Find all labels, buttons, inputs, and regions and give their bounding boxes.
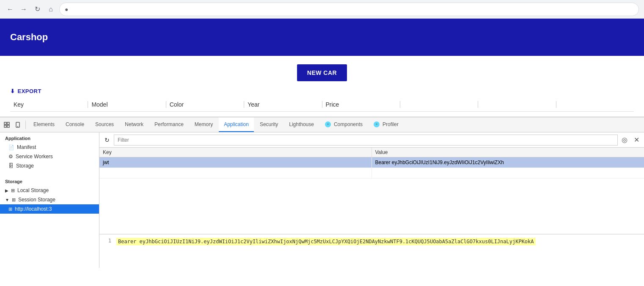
gear-icon: ⚙ xyxy=(8,154,13,160)
value-cell: Bearer eyJhbGciOiJIUzI1NiJ9.eyJzdWIiOiJ1… xyxy=(372,157,644,168)
session-storage-icon: ⊞ xyxy=(12,197,16,203)
svg-rect-2 xyxy=(4,125,6,127)
storage-table-header: Key Value xyxy=(99,148,644,157)
table-row-empty[interactable] xyxy=(99,168,644,179)
svg-rect-0 xyxy=(4,122,6,124)
line-number: 1 xyxy=(103,238,111,244)
app-body: NEW CAR ⬇ EXPORT Key Model Color Year Pr… xyxy=(0,56,644,117)
storage-table-body: jwt Bearer eyJhbGciOiJIUzI1NiJ9.eyJzdWIi… xyxy=(99,157,644,234)
url-input[interactable]: localhost:3000 xyxy=(71,6,633,13)
col-color: Color xyxy=(166,101,244,108)
tab-lighthouse[interactable]: Lighthouse xyxy=(284,117,319,132)
empty-value-cell xyxy=(372,168,644,178)
tab-memory[interactable]: Memory xyxy=(190,117,218,132)
sidebar-item-local-storage[interactable]: ▶ ⊞ Local Storage xyxy=(0,186,99,195)
col-extra3 xyxy=(556,101,634,108)
svg-rect-3 xyxy=(7,125,9,127)
col-brand: Key xyxy=(10,101,88,108)
devtools-panel: Elements Console Sources Network Perform… xyxy=(0,117,644,268)
svg-rect-1 xyxy=(7,122,9,124)
tab-network[interactable]: Network xyxy=(120,117,149,132)
filter-input[interactable] xyxy=(114,135,618,146)
value-header: Value xyxy=(372,148,644,157)
local-storage-icon: ⊞ xyxy=(11,188,15,193)
devtools-toolbar: Elements Console Sources Network Perform… xyxy=(0,117,644,132)
table-row[interactable]: jwt Bearer eyJhbGciOiJIUzI1NiJ9.eyJzdWIi… xyxy=(99,157,644,168)
toolbar-divider xyxy=(25,121,26,129)
app-title: Carshop xyxy=(10,32,48,43)
devtools-sidebar: Application 📄 Manifest ⚙ Service Workers… xyxy=(0,132,99,268)
device-icon[interactable] xyxy=(13,120,23,130)
table-header: Key Model Color Year Price xyxy=(10,98,634,112)
chevron-right-icon: ▶ xyxy=(5,188,8,193)
sidebar-item-session-storage[interactable]: ▼ ⊞ Session Storage xyxy=(0,195,99,204)
react-icon-profiler: ⚛ xyxy=(374,121,380,127)
tab-sources[interactable]: Sources xyxy=(90,117,119,132)
filter-bar: ↻ ◎ ✕ xyxy=(99,132,644,148)
tab-components[interactable]: ⚛ Components xyxy=(320,117,368,132)
devtools-main: ↻ ◎ ✕ Key Value jwt Bearer eyJhbGciOiJIU… xyxy=(99,132,644,268)
application-section-title: Application xyxy=(0,132,99,143)
tab-application[interactable]: Application xyxy=(219,117,254,132)
lock-icon: ● xyxy=(65,6,68,13)
value-preview-content: Bearer eyJhbGciOiJIUzI1NiJ9.eyJzdWIiOiJ1… xyxy=(116,238,536,245)
col-price: Price xyxy=(322,101,400,108)
block-icon-button[interactable]: ◎ xyxy=(619,135,630,145)
col-extra2 xyxy=(478,101,556,108)
clear-button[interactable]: ✕ xyxy=(631,135,641,145)
chevron-down-icon: ▼ xyxy=(5,198,9,202)
storage-icon: 🗄 xyxy=(8,163,14,169)
session-storage-child-icon: ⊞ xyxy=(8,206,12,212)
back-button[interactable]: ← xyxy=(5,4,15,14)
value-preview-line: 1 Bearer eyJhbGciOiJIUzI1NiJ9.eyJzdWIiOi… xyxy=(99,234,644,249)
sidebar-item-manifest[interactable]: 📄 Manifest xyxy=(0,143,99,152)
storage-table: Key Value jwt Bearer eyJhbGciOiJIUzI1NiJ… xyxy=(99,148,644,234)
storage-section-title: Storage xyxy=(0,176,99,186)
app-header: Carshop xyxy=(0,19,644,56)
col-extra1 xyxy=(400,101,478,108)
download-icon: ⬇ xyxy=(10,88,15,94)
home-button[interactable]: ⌂ xyxy=(46,4,56,14)
devtools-content: Application 📄 Manifest ⚙ Service Workers… xyxy=(0,132,644,268)
forward-button[interactable]: → xyxy=(19,4,29,14)
sidebar-item-service-workers[interactable]: ⚙ Service Workers xyxy=(0,152,99,161)
tab-security[interactable]: Security xyxy=(255,117,283,132)
refresh-button[interactable]: ↻ xyxy=(32,4,42,14)
col-model: Model xyxy=(88,101,166,108)
export-link[interactable]: ⬇ EXPORT xyxy=(10,88,634,94)
tab-console[interactable]: Console xyxy=(61,117,89,132)
value-preview: 1 Bearer eyJhbGciOiJIUzI1NiJ9.eyJzdWIiOi… xyxy=(99,234,644,268)
tab-performance[interactable]: Performance xyxy=(149,117,189,132)
new-car-button[interactable]: NEW CAR xyxy=(297,64,347,81)
browser-chrome: ← → ↻ ⌂ ● localhost:3000 xyxy=(0,0,644,19)
key-cell: jwt xyxy=(99,157,372,168)
col-year: Year xyxy=(244,101,322,108)
refresh-storage-button[interactable]: ↻ xyxy=(102,135,112,145)
sidebar-item-storage[interactable]: 🗄 Storage xyxy=(0,161,99,170)
empty-key-cell xyxy=(99,168,372,178)
tab-elements[interactable]: Elements xyxy=(28,117,60,132)
export-label: EXPORT xyxy=(18,88,41,94)
sidebar-item-session-storage-localhost[interactable]: ⊞ http://localhost:3 xyxy=(0,204,99,214)
manifest-icon: 📄 xyxy=(8,145,14,150)
key-header: Key xyxy=(99,148,372,157)
inspect-icon[interactable] xyxy=(2,120,12,130)
address-bar: ● localhost:3000 xyxy=(59,3,639,16)
react-icon-components: ⚛ xyxy=(325,121,331,127)
tab-profiler[interactable]: ⚛ Profiler xyxy=(369,117,404,132)
